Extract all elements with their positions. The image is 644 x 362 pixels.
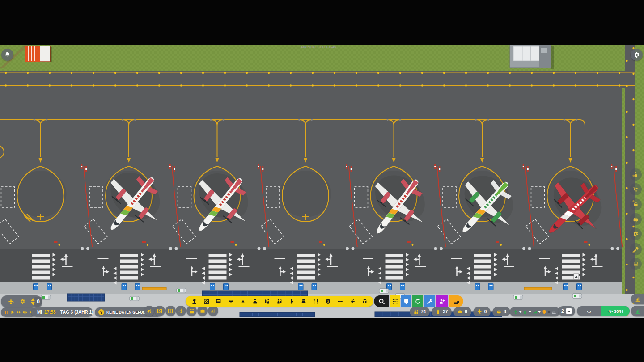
rooms-button[interactable] [165, 306, 176, 316]
economy-button[interactable] [208, 306, 218, 316]
security-station-button[interactable] [264, 299, 270, 304]
service-vehicle[interactable] [572, 294, 582, 298]
ground [125, 285, 126, 286]
persons-counter[interactable]: 37 [432, 307, 452, 316]
finance-bar[interactable]: ∞ +/- $0/H [577, 306, 630, 316]
ground [120, 265, 138, 269]
help-icon[interactable]: ? [98, 309, 104, 315]
rating-flights-icon [513, 310, 518, 314]
service-vehicle[interactable] [130, 296, 139, 301]
vehicles-counter[interactable]: 4 [492, 307, 510, 316]
service-vehicle[interactable] [41, 295, 51, 299]
ground [262, 168, 263, 170]
plane-icon[interactable] [8, 298, 14, 305]
gear-icon[interactable] [20, 299, 25, 304]
ground [439, 168, 440, 170]
it-overlay-button[interactable] [630, 258, 642, 270]
ground [93, 294, 94, 301]
ground [78, 294, 79, 301]
rating-bar[interactable]: +++= [510, 307, 560, 316]
ground [504, 266, 514, 267]
ground [48, 285, 49, 286]
check-in-desk-button[interactable] [252, 299, 258, 304]
ground [351, 168, 352, 170]
aircraft-button-icon [178, 308, 184, 314]
jobs-button[interactable] [197, 306, 208, 316]
baggage-counter[interactable]: 0 [453, 307, 471, 316]
shop-button[interactable] [301, 299, 307, 304]
ground [386, 265, 403, 269]
contracts-button[interactable] [412, 295, 423, 307]
ground [81, 166, 82, 167]
franchise-button[interactable] [325, 299, 331, 304]
letterbox-bottom [0, 318, 644, 362]
ground [209, 276, 227, 280]
plus-glyph: + [519, 310, 521, 314]
staff-overlay-button[interactable] [630, 168, 642, 181]
build-menu-button[interactable] [390, 295, 400, 307]
insurance-button[interactable] [401, 295, 411, 307]
fastest-forward-button[interactable] [23, 310, 27, 315]
toilet-button[interactable] [289, 299, 295, 304]
ground [169, 166, 171, 167]
vehicle-overlay-button[interactable] [630, 213, 642, 225]
food-vendor-button[interactable] [313, 299, 319, 304]
ground [300, 285, 301, 286]
ground [150, 266, 161, 267]
ground [277, 313, 278, 316]
systems-overlay-button[interactable] [630, 228, 642, 240]
search-button[interactable] [374, 295, 389, 307]
statistics-tab-icon [635, 296, 640, 302]
ground [174, 168, 175, 170]
ground [474, 265, 491, 269]
baggage-claim-button[interactable] [350, 299, 356, 304]
bus-sign [475, 283, 480, 290]
flight-planner-button[interactable] [144, 306, 154, 316]
version-label: AIRPORT CEO 1.0-45 [0, 46, 637, 49]
bus-stop-button[interactable] [216, 299, 221, 304]
terrain-button[interactable] [449, 295, 463, 307]
zoom-level-value: 0 [34, 297, 42, 307]
service-vehicle[interactable] [177, 288, 186, 293]
zones-button[interactable] [155, 306, 165, 316]
ground [496, 241, 499, 243]
bus-sign [122, 283, 127, 290]
statistics-tab[interactable] [631, 294, 644, 304]
ground [178, 289, 180, 292]
ground [490, 285, 491, 286]
notifications-button[interactable] [1, 49, 13, 61]
ground [381, 290, 383, 292]
zones-button[interactable] [203, 299, 209, 304]
economy-button-icon [210, 308, 216, 314]
transit-overlay-button[interactable] [630, 198, 642, 210]
pause-button[interactable] [4, 310, 8, 315]
baggage-bay-button[interactable] [240, 299, 246, 304]
misc-objects-button[interactable] [337, 299, 343, 304]
flights-counter[interactable]: 0 [473, 307, 491, 316]
ground [271, 313, 271, 316]
hire-staff-button[interactable] [436, 295, 448, 307]
finance-tab-icon [635, 308, 640, 314]
ground [520, 296, 522, 299]
atc-tower-button[interactable] [191, 299, 197, 304]
messages-indicator[interactable]: 2 [558, 306, 575, 316]
fast-forward-button[interactable] [17, 310, 21, 315]
play-button[interactable] [10, 310, 15, 315]
service-vehicle[interactable] [379, 289, 389, 293]
finance-tab[interactable] [631, 306, 644, 316]
ground [85, 168, 87, 170]
boarding-desk-button[interactable] [276, 299, 282, 304]
clock-bar: MI 17:58 TAG 3 (JAHR 1) [31, 307, 93, 317]
passengers-counter[interactable]: 74 [410, 307, 430, 316]
ground [398, 312, 399, 316]
aircraft-stand-button[interactable] [228, 299, 234, 304]
contractors-button[interactable] [424, 295, 435, 307]
airport-map[interactable] [0, 45, 644, 318]
maintenance-overlay-button[interactable] [630, 243, 642, 255]
bus-sign [47, 283, 52, 290]
flights-counter-value: 0 [484, 309, 487, 314]
delivery-button[interactable] [362, 299, 368, 304]
service-vehicle[interactable] [513, 295, 523, 299]
bus-sign [488, 283, 493, 290]
settings-button[interactable] [631, 49, 643, 61]
